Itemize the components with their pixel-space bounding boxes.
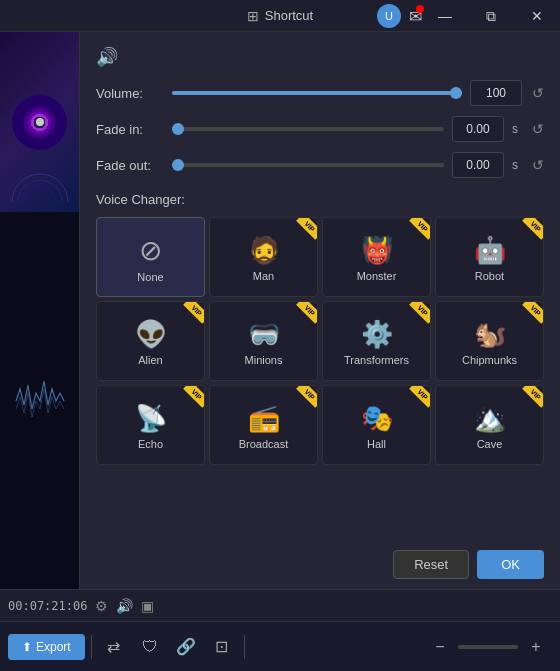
voice-item-cave[interactable]: 🏔️ Cave: [435, 385, 544, 465]
transformers-icon: ⚙️: [361, 319, 393, 350]
fade-out-row: Fade out: 0.00 s ↺: [96, 152, 544, 178]
alien-icon: 👽: [135, 319, 167, 350]
volume-value[interactable]: 100: [470, 80, 522, 106]
svg-point-2: [24, 186, 56, 202]
vip-badge-echo: [176, 386, 204, 414]
zoom-in-button[interactable]: +: [520, 631, 552, 663]
man-icon: 🧔: [248, 235, 280, 266]
svg-point-0: [12, 174, 68, 202]
none-icon: ⊘: [139, 234, 162, 267]
shortcut-icon: ⊞: [247, 8, 259, 24]
vip-badge-cave: [515, 386, 543, 414]
timestamp-bar: 00:07:21:06 ⚙ 🔊 ▣: [0, 589, 560, 621]
vip-badge-transformers: [402, 302, 430, 330]
titlebar-center: ⊞ Shortcut: [247, 8, 313, 24]
timestamp-current: 00:07:21:06: [8, 599, 87, 613]
fade-in-reset-icon[interactable]: ↺: [532, 121, 544, 137]
reset-button[interactable]: Reset: [393, 550, 469, 579]
separator-2: [244, 635, 245, 659]
voice-name-none: None: [137, 271, 163, 283]
fade-out-unit: s: [512, 158, 522, 172]
voice-name-transformers: Transformers: [344, 354, 409, 366]
bottom-toolbar: ⬆ Export ⇄ 🛡 🔗 ⊡ − +: [0, 621, 560, 671]
voice-item-alien[interactable]: 👽 Alien: [96, 301, 205, 381]
zoom-out-button[interactable]: −: [424, 631, 456, 663]
shield-icon-btn[interactable]: 🛡: [134, 631, 166, 663]
zoom-controls: − +: [424, 631, 552, 663]
fade-out-label: Fade out:: [96, 158, 164, 173]
action-buttons: Reset OK: [96, 542, 544, 579]
left-panel: [0, 32, 80, 589]
titlebar: ⊞ Shortcut U ✉ — ⧉ ✕: [0, 0, 560, 32]
fade-in-label: Fade in:: [96, 122, 164, 137]
waveform: [0, 212, 80, 589]
fade-out-slider[interactable]: [172, 163, 444, 167]
app-title: Shortcut: [265, 8, 313, 23]
voice-name-chipmunks: Chipmunks: [462, 354, 517, 366]
volume-label: Volume:: [96, 86, 164, 101]
monster-icon: 👹: [361, 235, 393, 266]
voice-name-robot: Robot: [475, 270, 504, 282]
voice-item-transformers[interactable]: ⚙️ Transformers: [322, 301, 431, 381]
fade-out-reset-icon[interactable]: ↺: [532, 157, 544, 173]
broadcast-icon: 📻: [248, 403, 280, 434]
link-icon-btn[interactable]: 🔗: [170, 631, 202, 663]
voice-item-hall[interactable]: 🎭 Hall: [322, 385, 431, 465]
export-button[interactable]: ⬆ Export: [8, 634, 85, 660]
fade-in-value[interactable]: 0.00: [452, 116, 504, 142]
voice-item-robot[interactable]: 🤖 Robot: [435, 217, 544, 297]
audio-settings-icon[interactable]: 🔊: [116, 598, 133, 614]
echo-icon: 📡: [135, 403, 167, 434]
vip-badge-chipmunks: [515, 302, 543, 330]
export-icon: ⬆: [22, 640, 32, 654]
settings-icon[interactable]: ⚙: [95, 598, 108, 614]
vip-badge-man: [289, 218, 317, 246]
minimize-button[interactable]: —: [422, 0, 468, 32]
voice-item-none[interactable]: ⊘ None: [96, 217, 205, 297]
voice-item-broadcast[interactable]: 📻 Broadcast: [209, 385, 318, 465]
vip-badge-robot: [515, 218, 543, 246]
voice-item-echo[interactable]: 📡 Echo: [96, 385, 205, 465]
hall-icon: 🎭: [361, 403, 393, 434]
volume-row: Volume: 100 ↺: [96, 80, 544, 106]
voice-name-man: Man: [253, 270, 274, 282]
voice-name-alien: Alien: [138, 354, 162, 366]
voice-grid: ⊘ None 🧔 Man 👹 Monster 🤖 Robot: [96, 217, 544, 465]
maximize-button[interactable]: ⧉: [468, 0, 514, 32]
voice-item-minions[interactable]: 🥽 Minions: [209, 301, 318, 381]
voice-item-chipmunks[interactable]: 🐿️ Chipmunks: [435, 301, 544, 381]
minions-icon: 🥽: [248, 319, 280, 350]
mail-button[interactable]: ✉: [409, 7, 422, 26]
window-controls: — ⧉ ✕: [422, 0, 560, 32]
separator-1: [91, 635, 92, 659]
preview-icon[interactable]: ▣: [141, 598, 154, 614]
vip-badge-minions: [289, 302, 317, 330]
volume-reset-icon[interactable]: ↺: [532, 85, 544, 101]
vip-badge-monster: [402, 218, 430, 246]
fade-in-slider[interactable]: [172, 127, 444, 131]
voice-name-cave: Cave: [477, 438, 503, 450]
voice-item-monster[interactable]: 👹 Monster: [322, 217, 431, 297]
voice-name-broadcast: Broadcast: [239, 438, 289, 450]
right-panel: 🔊 Volume: 100 ↺ Fade in: 0.00 s: [80, 32, 560, 589]
crop-icon-btn[interactable]: ⊡: [206, 631, 238, 663]
voice-item-man[interactable]: 🧔 Man: [209, 217, 318, 297]
cave-icon: 🏔️: [474, 403, 506, 434]
zoom-slider[interactable]: [458, 645, 518, 649]
fade-in-row: Fade in: 0.00 s ↺: [96, 116, 544, 142]
voice-name-monster: Monster: [357, 270, 397, 282]
fade-out-value[interactable]: 0.00: [452, 152, 504, 178]
voice-name-echo: Echo: [138, 438, 163, 450]
vip-badge-broadcast: [289, 386, 317, 414]
close-button[interactable]: ✕: [514, 0, 560, 32]
swap-icon-btn[interactable]: ⇄: [98, 631, 130, 663]
volume-slider[interactable]: [172, 91, 462, 95]
vip-badge-alien: [176, 302, 204, 330]
fade-in-unit: s: [512, 122, 522, 136]
audio-icon-row: 🔊: [96, 46, 544, 68]
main-layout: 🔊 Volume: 100 ↺ Fade in: 0.00 s: [0, 32, 560, 589]
voice-name-hall: Hall: [367, 438, 386, 450]
audio-icon: 🔊: [96, 46, 118, 68]
avatar[interactable]: U: [377, 4, 401, 28]
ok-button[interactable]: OK: [477, 550, 544, 579]
